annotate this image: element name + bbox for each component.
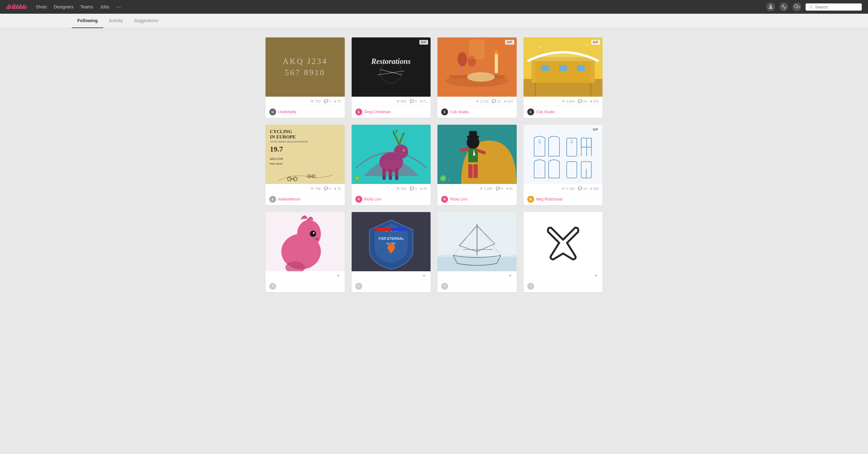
- shot-card[interactable]: Restorations GIF View shot 👁 655 �: [352, 37, 431, 118]
- comment-count: 💬 5: [410, 99, 417, 103]
- shot-stats: 👁 642 💬 1 ♥ 49: [352, 184, 431, 193]
- eye-icon: 👁: [397, 99, 400, 103]
- svg-line-3: [812, 8, 813, 9]
- author-avatar: ?: [355, 283, 362, 290]
- shot-stats: 👁 730 💬 2 ♥ 75: [266, 97, 345, 106]
- comment-icon: 💬: [578, 187, 582, 191]
- comment-icon: 💬: [324, 187, 328, 191]
- like-count: ♥ 71: [420, 99, 427, 103]
- heart-icon: ♥: [506, 187, 508, 191]
- shot-author[interactable]: ?: [266, 280, 345, 292]
- comment-count: 💬 2: [324, 99, 331, 103]
- comment-count: 💬 14: [578, 187, 587, 191]
- shot-thumbnail: AKQ J234 567 8910 View shot: [266, 37, 345, 97]
- shot-author[interactable]: U Underbelly: [266, 106, 345, 118]
- comment-icon: 💬: [324, 99, 328, 103]
- like-count: ♥ 288: [590, 187, 599, 191]
- nav-jobs[interactable]: Jobs: [100, 4, 110, 9]
- analytics-icon[interactable]: [779, 2, 788, 11]
- shot-card[interactable]: ↺ View shot 👁 642 💬 1 ♥ 49 R Ric: [352, 125, 431, 205]
- view-count: 👁 3,742: [476, 99, 489, 103]
- shot-author[interactable]: C Cub Studio: [437, 106, 517, 118]
- shot-thumbnail: View shot: [524, 212, 603, 271]
- dribbble-logo[interactable]: dribbble: [6, 3, 27, 11]
- upload-icon[interactable]: [793, 2, 801, 11]
- nav-more-icon[interactable]: ···: [116, 4, 121, 10]
- shot-card[interactable]: ↺ 1 View shot 👁 1,090 💬 9 ♥ 95 R: [437, 125, 517, 205]
- shot-stats: 👁 1,090 💬 9 ♥ 95: [437, 184, 517, 193]
- shot-author[interactable]: C Cub Studio: [524, 106, 603, 118]
- search-input[interactable]: [815, 5, 859, 9]
- author-avatar: C: [441, 108, 448, 116]
- author-avatar: ?: [441, 283, 448, 290]
- eye-icon: 👁: [562, 187, 565, 191]
- shot-thumbnail: ↺ View shot: [352, 125, 431, 184]
- shot-card[interactable]: GIF View shot 👁 4,658 💬 24 ♥ 550 C: [524, 37, 603, 118]
- like-count: ♥ 75: [334, 99, 341, 103]
- author-name: Ricky Linn: [450, 197, 467, 201]
- view-count: 👁: [337, 274, 341, 278]
- comment-count: 💬 32: [492, 99, 501, 103]
- shot-stats: 👁 3,742 💬 32 ♥ 520: [437, 97, 517, 106]
- author-name: kellianderson: [278, 197, 301, 201]
- shot-card[interactable]: View shot 👁 ?: [437, 212, 517, 292]
- shot-card[interactable]: GIF View shot 👁 2,180 💬 14 ♥ 288 M: [524, 125, 603, 205]
- author-avatar: R: [355, 196, 362, 203]
- comment-icon: 💬: [496, 187, 500, 191]
- navbar: dribbble Shots Designers Teams Jobs ···: [0, 0, 868, 14]
- shot-author[interactable]: k kellianderson: [266, 193, 345, 205]
- shot-stats: 👁: [266, 271, 345, 280]
- shot-author[interactable]: G Greg Christman: [352, 106, 431, 118]
- heart-icon: ♥: [334, 99, 336, 103]
- shot-card[interactable]: CYCLINGIN EUROPE TOTAL BIKES SOLD IN EUR…: [266, 125, 345, 205]
- shot-author[interactable]: R Ricky Linn: [437, 193, 517, 205]
- comment-count: 💬 1: [410, 187, 417, 191]
- heart-icon: ♥: [504, 99, 506, 103]
- shot-thumbnail: View shot: [437, 212, 517, 271]
- author-name: Underbelly: [278, 110, 296, 114]
- shot-card[interactable]: View shot 👁 ?: [524, 212, 603, 292]
- comment-count: 💬 4: [324, 187, 331, 191]
- shot-stats: 👁: [352, 271, 431, 280]
- shot-card[interactable]: GIF View shot 👁 3,742 💬 32 ♥ 520 C: [437, 37, 517, 118]
- author-avatar: U: [269, 108, 276, 116]
- like-count: ♥ 550: [590, 99, 599, 103]
- like-count: ♥ 95: [506, 187, 513, 191]
- comment-icon: 💬: [410, 99, 414, 103]
- shot-card[interactable]: FOR ETERNAL GLORY ★ ★ ★ View shot: [352, 212, 431, 292]
- svg-point-2: [809, 5, 812, 8]
- shot-author[interactable]: R Ricky Linn: [352, 193, 431, 205]
- nav-shots[interactable]: Shots: [36, 4, 47, 9]
- comment-icon: 💬: [492, 99, 496, 103]
- tab-following[interactable]: Following: [72, 14, 103, 28]
- like-count: ♥ 49: [420, 187, 427, 191]
- author-name: Meg Robichaud: [536, 197, 562, 201]
- shot-thumbnail: CYCLINGIN EUROPE TOTAL BIKES SOLD IN EUR…: [266, 125, 345, 184]
- shot-card[interactable]: View shot 👁 ?: [266, 212, 345, 292]
- nav-teams[interactable]: Teams: [80, 4, 93, 9]
- author-name: Greg Christman: [365, 110, 391, 114]
- eye-icon: 👁: [310, 187, 314, 191]
- shot-author[interactable]: ?: [352, 280, 431, 292]
- shot-author[interactable]: ?: [524, 280, 603, 292]
- view-count: 👁: [594, 274, 599, 278]
- eye-icon: 👁: [476, 99, 479, 103]
- heart-icon: ♥: [590, 187, 592, 191]
- shot-thumbnail: ↺ 1 View shot: [437, 125, 517, 184]
- eye-icon: 👁: [479, 187, 483, 191]
- tab-activity[interactable]: Activity: [103, 14, 128, 28]
- tab-suggestions[interactable]: Suggestions: [128, 14, 164, 28]
- user-avatar-icon[interactable]: [766, 2, 775, 11]
- author-avatar: R: [441, 196, 448, 203]
- eye-icon: 👁: [310, 99, 314, 103]
- shot-author[interactable]: M Meg Robichaud: [524, 193, 603, 205]
- nav-designers[interactable]: Designers: [54, 4, 73, 9]
- view-count: 👁 4,658: [562, 99, 575, 103]
- like-count: ♥ 520: [504, 99, 513, 103]
- shot-author[interactable]: ?: [437, 280, 517, 292]
- shot-card[interactable]: AKQ J234 567 8910 View shot 👁 730 💬 2 ♥: [266, 37, 345, 118]
- nav-links: Shots Designers Teams Jobs ···: [36, 4, 766, 10]
- author-name: Ricky Linn: [365, 197, 381, 201]
- view-count: 👁 642: [397, 187, 407, 191]
- shot-thumbnail: Restorations GIF View shot: [352, 37, 431, 97]
